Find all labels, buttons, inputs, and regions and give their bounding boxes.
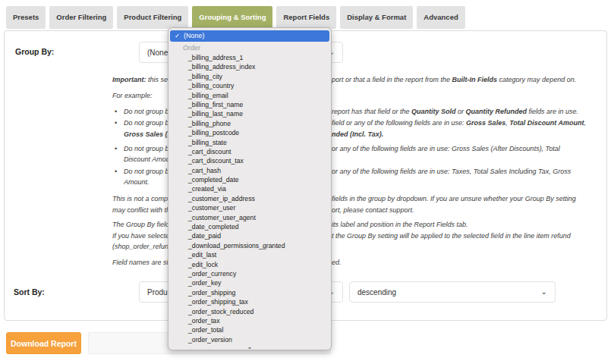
tab-order-filtering[interactable]: Order Filtering [49,6,113,29]
dropdown-item[interactable]: _order_key [168,278,331,287]
dropdown-item[interactable]: _date_completed [168,222,331,231]
dropdown-item[interactable]: _order_currency [168,269,331,278]
dropdown-item[interactable]: _billing_postcode [168,128,331,137]
dropdown-group-label: Order [168,42,331,53]
tab-grouping-sorting[interactable]: Grouping & Sorting [192,6,272,29]
sort-by-label: Sort By: [14,287,45,297]
check-icon: ✓ [175,30,180,42]
dropdown-item[interactable]: _billing_state [168,138,331,147]
text-right-fragment: or any of the following fields are in us… [332,168,571,175]
text-left-fragment: Amount. [124,178,150,186]
dropdown-item[interactable]: _cart_hash [168,166,331,175]
dropdown-item[interactable]: _download_permissions_granted [168,241,331,250]
bullet-icon: • [115,119,117,127]
dropdown-item[interactable]: _order_shipping_tax [168,297,331,306]
dropdown-item[interactable]: _order_tax [168,316,331,325]
text-left-fragment: For example: [112,92,153,99]
tab-report-fields[interactable]: Report Fields [276,6,336,29]
tab-presets[interactable]: Presets [6,6,46,29]
chevron-down-icon: ⌄ [541,288,547,296]
text-right-fragment: ort, please contact support. [332,206,414,214]
dropdown-item[interactable]: _customer_user [168,203,331,212]
text-right-fragment: or any of the following fields are in us… [332,145,560,152]
dropdown-item[interactable]: _created_via [168,184,331,193]
dropdown-item[interactable]: _order_shipping [168,288,331,297]
tab-product-filtering[interactable]: Product Filtering [117,6,188,29]
dropdown-item[interactable]: _cart_discount_tax [168,156,331,165]
bullet-icon: • [115,145,117,152]
dropdown-item[interactable]: _edit_last [168,250,331,259]
dropdown-item[interactable]: _order_stock_reduced [168,307,331,316]
dropdown-item[interactable]: _billing_phone [168,119,331,128]
text-right-fragment: t the Group By setting will be applied t… [332,232,571,240]
text-right-fragment: fields in the group by dropdown. If you … [332,195,576,202]
dropdown-list: _billing_address_1_billing_address_index… [168,53,331,344]
text-right-fragment: ed. [332,259,342,266]
download-report-button[interactable]: Download Report [6,332,81,354]
dropdown-item[interactable]: _date_paid [168,231,331,240]
text-right-fragment: field or any of the following fields are… [332,119,586,127]
dropdown-option-none[interactable]: ✓ (None) [170,30,329,42]
text-right-fragment: nded (Incl. Tax). [332,130,383,138]
dropdown-item[interactable]: _completed_date [168,175,331,184]
dropdown-item[interactable]: _billing_country [168,81,331,90]
download-report-label: Download Report [11,339,77,348]
text-right-fragment: its label and position in the Report Fie… [332,221,468,228]
dropdown-item[interactable]: _cart_discount [168,147,331,156]
dropdown-item[interactable]: _billing_city [168,72,331,81]
text-right-fragment: report has that field or the Quantity So… [332,108,578,115]
dropdown-item[interactable]: _billing_address_index [168,62,331,71]
sort-direction-select-value: descending [357,288,396,297]
tab-bar: PresetsOrder FilteringProduct FilteringG… [6,6,465,29]
tab-advanced[interactable]: Advanced [417,6,464,29]
dropdown-item[interactable]: _order_total [168,325,331,334]
dropdown-item[interactable]: _billing_first_name [168,100,331,109]
bullet-icon: • [115,108,117,115]
scroll-more-icon[interactable]: ⌄ [168,344,331,350]
dropdown-item[interactable]: _billing_email [168,91,331,100]
dropdown-item[interactable]: _billing_last_name [168,109,331,118]
group-by-dropdown-menu: ✓ (None) Order _billing_address_1_billin… [168,27,332,350]
text-right-fragment: port or that a field in the report from … [332,76,576,83]
dropdown-selected-label: (None) [184,32,205,39]
dropdown-item[interactable]: _customer_user_agent [168,213,331,222]
dropdown-item[interactable]: _customer_ip_address [168,194,331,203]
dropdown-item[interactable]: _billing_address_1 [168,53,331,62]
bullet-icon: • [115,168,117,175]
sort-direction-select[interactable]: descending ⌄ [349,281,556,303]
dropdown-item[interactable]: _edit_lock [168,260,331,269]
tab-display-format[interactable]: Display & Format [340,6,413,29]
